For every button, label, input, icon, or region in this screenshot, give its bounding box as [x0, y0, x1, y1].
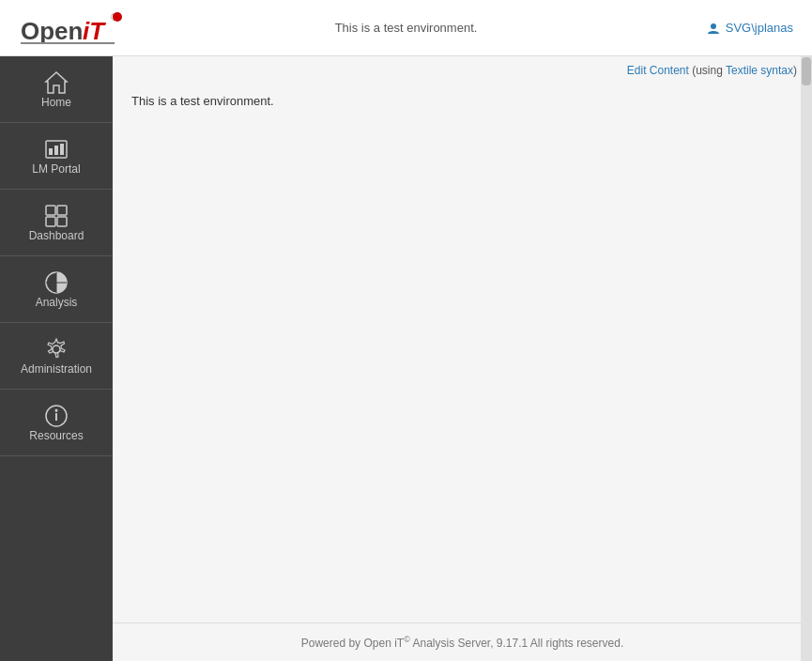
svg-rect-13: [57, 206, 67, 215]
svg-rect-14: [46, 217, 55, 226]
resources-icon: i: [43, 403, 69, 429]
username-label: SVG\jplanas: [726, 21, 793, 35]
home-label: Home: [41, 96, 71, 109]
sidebar-item-lm-portal[interactable]: LM Portal: [0, 123, 113, 190]
edit-content-link[interactable]: Edit Content: [627, 64, 689, 77]
sidebar-item-home[interactable]: Home: [0, 56, 113, 123]
sidebar-item-analysis[interactable]: Analysis: [0, 256, 113, 323]
sidebar: Home LM Portal Dashboard: [0, 56, 113, 661]
lm-portal-icon: [43, 136, 69, 162]
svg-point-5: [711, 23, 716, 29]
analysis-icon: [43, 269, 69, 296]
header-center-text: This is a test environment.: [335, 21, 478, 35]
sidebar-item-dashboard[interactable]: Dashboard: [0, 190, 113, 256]
resources-label: Resources: [29, 429, 83, 442]
dashboard-icon: [43, 203, 69, 229]
svg-text:iT: iT: [83, 17, 106, 45]
logo[interactable]: Open iT ®: [19, 8, 122, 49]
content-body: This is a test environment.: [113, 85, 812, 623]
svg-point-22: [55, 409, 58, 412]
administration-label: Administration: [21, 362, 92, 376]
svg-marker-7: [46, 72, 67, 93]
main-layout: Home LM Portal Dashboard: [0, 56, 812, 661]
administration-icon: [43, 336, 69, 362]
dashboard-label: Dashboard: [29, 229, 84, 242]
footer-text: Powered by Open iT© Analysis Server, 9.1…: [301, 637, 623, 650]
svg-rect-12: [46, 206, 55, 215]
sidebar-item-administration[interactable]: Administration: [0, 323, 113, 390]
using-text: (using: [689, 64, 726, 77]
sidebar-item-resources[interactable]: i Resources: [0, 390, 113, 456]
svg-rect-11: [60, 144, 64, 155]
user-area[interactable]: SVG\jplanas: [707, 21, 793, 35]
analysis-label: Analysis: [36, 296, 78, 309]
user-icon: [707, 22, 720, 35]
svg-point-3: [113, 12, 122, 22]
content-area: Edit Content (using Textile syntax) This…: [113, 56, 812, 661]
scrollbar-thumb[interactable]: [802, 57, 811, 85]
svg-rect-10: [54, 146, 58, 155]
svg-rect-4: [21, 42, 115, 44]
body-text: This is a test environment.: [131, 94, 793, 108]
content-toolbar: Edit Content (using Textile syntax): [113, 56, 812, 85]
svg-text:Open: Open: [21, 17, 83, 45]
textile-syntax-link[interactable]: Textile syntax: [726, 64, 793, 77]
lm-portal-label: LM Portal: [32, 162, 80, 176]
home-icon: [43, 69, 69, 96]
scrollbar[interactable]: [801, 56, 812, 661]
test-environment-label: This is a test environment.: [335, 21, 478, 35]
header: Open iT ® This is a test environment. SV…: [0, 0, 812, 56]
svg-rect-15: [57, 217, 67, 226]
footer: Powered by Open iT© Analysis Server, 9.1…: [113, 623, 812, 661]
svg-rect-9: [49, 148, 53, 155]
